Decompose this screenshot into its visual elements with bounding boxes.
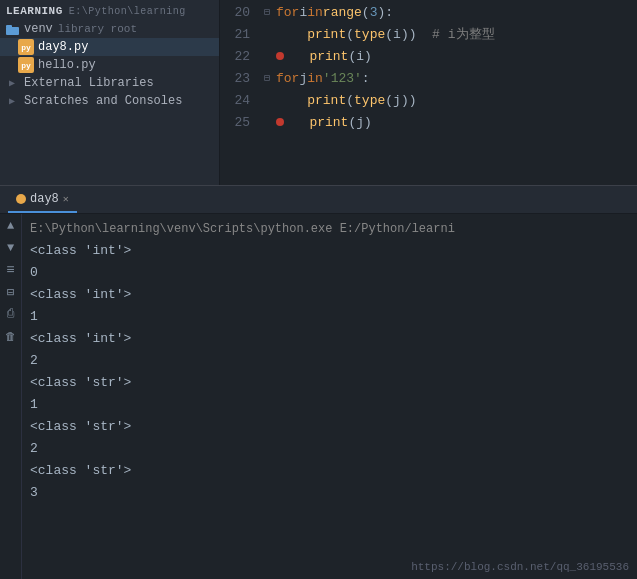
output-line-9: <class 'str'> (30, 416, 629, 438)
output-line-5: <class 'int'> (30, 328, 629, 350)
console-area: day8 ✕ ▲ ▼ ≡ ⊟ ⎙ 🗑 (0, 185, 637, 579)
trash-icon: 🗑 (5, 330, 16, 343)
output-line-4: 1 (30, 306, 629, 328)
console-tab-label: day8 (30, 192, 59, 206)
venv-label: venv (24, 22, 53, 36)
fold-icon-23[interactable]: ⊟ (264, 68, 276, 90)
code-line-20: ⊟ for i in range ( 3 ): (264, 2, 637, 24)
day8py-label: day8.py (38, 40, 88, 54)
line-numbers: 20 21 22 23 24 25 (220, 0, 258, 185)
output-line-12: 3 (30, 482, 629, 504)
sidebar-path: E:\Python\learning (69, 6, 186, 17)
print-button[interactable]: ⎙ (3, 306, 19, 322)
sidebar-item-scratches[interactable]: ▶ Scratches and Consoles (0, 92, 219, 110)
output-line-10: 2 (30, 438, 629, 460)
code-line-21: print ( type ( i )) # i为整型 (264, 24, 637, 46)
code-line-22: print ( i ) (264, 46, 637, 68)
py-icon-day8: py (18, 39, 34, 55)
sidebar: learning E:\Python\learning venv library… (0, 0, 220, 185)
scratches-label: Scratches and Consoles (24, 94, 182, 108)
editor-area: learning E:\Python\learning venv library… (0, 0, 637, 185)
output-line-6: 2 (30, 350, 629, 372)
lines-icon: ≡ (6, 262, 14, 278)
output-line-3: <class 'int'> (30, 284, 629, 306)
code-line-23: ⊟ for j in '123' : (264, 68, 637, 90)
sidebar-item-external[interactable]: ▶ External Libraries (0, 74, 219, 92)
watermark: https://blog.csdn.net/qq_36195536 (411, 561, 629, 573)
breakpoint-25 (276, 118, 284, 126)
breakpoint-22 (276, 52, 284, 60)
stack-icon: ⊟ (7, 285, 14, 300)
code-line-25: print ( j ) (264, 112, 637, 134)
py-icon-hello: py (18, 57, 34, 73)
external-label: External Libraries (24, 76, 154, 90)
output-line-1: <class 'int'> (30, 240, 629, 262)
console-tabs: day8 ✕ (0, 186, 637, 214)
fold-icon-20[interactable]: ⊟ (264, 2, 276, 24)
scroll-down-button[interactable]: ▼ (3, 240, 19, 256)
fold-icon-24 (264, 90, 276, 112)
print-icon: ⎙ (7, 307, 14, 321)
console-body: ▲ ▼ ≡ ⊟ ⎙ 🗑 E:\Python\learning\venv\Scri… (0, 214, 637, 579)
arrow-up-icon: ▲ (7, 219, 14, 233)
venv-sublabel: library root (58, 23, 137, 35)
sidebar-item-day8py[interactable]: py day8.py (0, 38, 219, 56)
output-path-line: E:\Python\learning\venv\Scripts\python.e… (30, 218, 629, 240)
fold-icon-22 (264, 46, 276, 68)
sidebar-project-name: learning (6, 5, 63, 17)
py-dot-icon (16, 194, 26, 204)
svg-rect-1 (6, 25, 12, 28)
hellopy-label: hello.py (38, 58, 96, 72)
console-output[interactable]: E:\Python\learning\venv\Scripts\python.e… (22, 214, 637, 579)
output-line-2: 0 (30, 262, 629, 284)
sidebar-item-venv[interactable]: venv library root (0, 20, 219, 38)
folder-icon (4, 21, 20, 37)
sidebar-title: learning E:\Python\learning (0, 2, 219, 20)
fold-icon-21 (264, 24, 276, 46)
tab-close-button[interactable]: ✕ (63, 193, 69, 205)
arrow-down-icon: ▼ (7, 241, 14, 255)
output-line-11: <class 'str'> (30, 460, 629, 482)
folder-icon-external: ▶ (4, 75, 20, 91)
folder-icon-scratches: ▶ (4, 93, 20, 109)
filter-button[interactable]: ≡ (3, 262, 19, 278)
clear-button[interactable]: 🗑 (3, 328, 19, 344)
output-line-8: 1 (30, 394, 629, 416)
code-line-24: print ( type ( j )) (264, 90, 637, 112)
sidebar-item-hellopy[interactable]: py hello.py (0, 56, 219, 74)
fold-icon-25 (264, 112, 276, 134)
code-content[interactable]: ⊟ for i in range ( 3 ): print ( type (258, 0, 637, 185)
console-toolbar: ▲ ▼ ≡ ⊟ ⎙ 🗑 (0, 214, 22, 579)
stack-button[interactable]: ⊟ (3, 284, 19, 300)
svg-rect-0 (6, 27, 19, 35)
output-line-7: <class 'str'> (30, 372, 629, 394)
code-panel: 20 21 22 23 24 25 ⊟ for i in range ( 3 )… (220, 0, 637, 185)
scroll-up-button[interactable]: ▲ (3, 218, 19, 234)
console-tab-day8[interactable]: day8 ✕ (8, 186, 77, 213)
